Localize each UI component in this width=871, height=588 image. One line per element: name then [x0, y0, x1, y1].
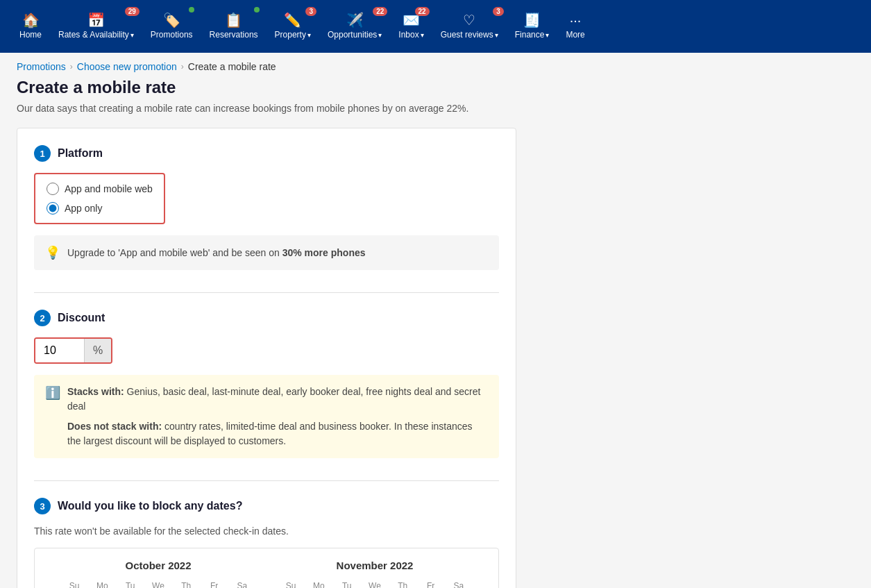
stacks-text: Stacks with: Genius, basic deal, last-mi… [67, 385, 488, 448]
october-title: October 2022 [61, 560, 255, 571]
property-chevron-icon: ▾ [307, 31, 311, 39]
nav-item-reservations[interactable]: 📋Reservations [201, 0, 267, 53]
more-icon: ··· [570, 13, 582, 27]
reservations-label: Reservations [210, 30, 258, 40]
home-icon: 🏠 [22, 13, 40, 27]
main-nav: 🏠Home📅29Rates & Availability ▾🏷️Promotio… [0, 0, 871, 53]
nav-item-rates[interactable]: 📅29Rates & Availability ▾ [50, 0, 142, 53]
block-dates-section: 3 Would you like to block any dates? Thi… [34, 498, 499, 588]
nav-item-home[interactable]: 🏠Home [11, 0, 50, 53]
breadcrumb-link-1[interactable]: Choose new promotion [77, 61, 177, 72]
november-title: November 2022 [278, 560, 472, 571]
property-icon: ✏️ [284, 13, 301, 27]
calendar-day-of-week: We [362, 578, 388, 588]
property-badge: 3 [305, 7, 316, 16]
reservations-dot [254, 7, 260, 12]
promotions-label: Promotions [151, 30, 193, 40]
calendar-day-of-week: Sa [446, 578, 472, 588]
lightbulb-icon: 💡 [45, 245, 60, 260]
discount-percent-label: % [84, 339, 111, 362]
calendar-day-of-week: Th [173, 578, 199, 588]
breadcrumb-current: Create a mobile rate [188, 61, 276, 72]
more-label: More [566, 30, 584, 40]
radio-app-mobile-web[interactable]: App and mobile web [46, 183, 153, 195]
breadcrumb-sep-0: › [70, 62, 73, 72]
block-dates-subtitle: This rate won't be available for the sel… [34, 526, 499, 537]
discount-title: Discount [58, 312, 105, 324]
upgrade-text: Upgrade to 'App and mobile web' and be s… [67, 247, 366, 258]
step-1-badge: 1 [34, 145, 51, 162]
promotions-icon: 🏷️ [163, 13, 180, 27]
calendar-day-of-week: Mo [89, 578, 115, 588]
radio-app-mobile-web-input[interactable] [46, 183, 59, 195]
property-label: Property [275, 30, 306, 40]
calendar-day-of-week: Th [389, 578, 416, 588]
platform-title: Platform [58, 147, 103, 160]
nav-item-guest-reviews[interactable]: ♡3Guest reviews ▾ [432, 0, 507, 53]
rates-icon: 📅 [87, 13, 105, 27]
calendar-day-of-week: Fr [201, 578, 227, 588]
guest-reviews-chevron-icon: ▾ [495, 31, 498, 39]
breadcrumb: Promotions›Choose new promotion›Create a… [0, 53, 871, 78]
page-title: Create a mobile rate [17, 78, 854, 97]
nav-item-finance[interactable]: 🧾Finance ▾ [507, 0, 558, 53]
finance-chevron-icon: ▾ [546, 31, 549, 39]
discount-input-wrapper: % [34, 337, 112, 364]
radio-app-only[interactable]: App only [46, 202, 153, 215]
finance-icon: 🧾 [523, 13, 541, 27]
calendar-day-of-week: Mo [305, 578, 332, 588]
step-2-badge: 2 [34, 310, 51, 326]
info-circle-icon: ℹ️ [45, 385, 60, 448]
block-dates-title: Would you like to block any dates? [58, 500, 242, 512]
calendar-day-of-week: We [145, 578, 171, 588]
nav-item-property[interactable]: ✏️3Property ▾ [267, 0, 319, 53]
page-subtitle: Our data says that creating a mobile rat… [17, 103, 854, 114]
discount-input[interactable] [35, 339, 84, 362]
radio-app-only-label: App only [65, 203, 102, 214]
stacks-info-box: ℹ️ Stacks with: Genius, basic deal, last… [34, 375, 499, 458]
opportunities-icon: ✈️ [346, 13, 364, 27]
nav-item-inbox[interactable]: ✉️22Inbox ▾ [390, 0, 432, 53]
platform-radio-group: App and mobile web App only [34, 173, 165, 224]
discount-section: 2 Discount % ℹ️ Stacks with: Genius, bas… [34, 310, 499, 458]
finance-label: Finance [515, 30, 545, 40]
promotions-dot [189, 7, 194, 12]
breadcrumb-sep-1: › [181, 62, 184, 72]
rates-chevron-icon: ▾ [130, 31, 134, 39]
october-calendar: October 2022 SuMoTuWeThFrSa1234567891011… [61, 560, 255, 588]
calendar-day-of-week: Su [278, 578, 304, 588]
calendar-day-of-week: Tu [117, 578, 144, 588]
home-label: Home [19, 30, 42, 40]
step-3-badge: 3 [34, 498, 51, 514]
nav-item-promotions[interactable]: 🏷️Promotions [142, 0, 201, 53]
radio-app-mobile-web-label: App and mobile web [65, 183, 153, 194]
opportunities-badge: 22 [373, 7, 387, 16]
platform-section: 1 Platform App and mobile web App only 💡… [34, 145, 499, 270]
calendar-day-of-week: Su [61, 578, 87, 588]
rates-badge: 29 [125, 7, 139, 16]
calendar-day-of-week: Tu [334, 578, 360, 588]
inbox-badge: 22 [415, 7, 430, 16]
nav-item-opportunities[interactable]: ✈️22Opportunities ▾ [319, 0, 390, 53]
calendar: ‹ October 2022 SuMoTuWeThFrSa12345678910… [34, 548, 499, 588]
inbox-label: Inbox [398, 30, 418, 40]
rates-label: Rates & Availability [58, 30, 129, 40]
november-calendar: November 2022 SuMoTuWeThFrSa123456789101… [278, 560, 472, 588]
guest-reviews-icon: ♡ [463, 13, 475, 27]
radio-app-only-input[interactable] [46, 202, 59, 215]
calendar-day-of-week: Sa [229, 578, 255, 588]
guest-reviews-label: Guest reviews [441, 30, 493, 40]
breadcrumb-link-0[interactable]: Promotions [17, 61, 66, 72]
inbox-chevron-icon: ▾ [421, 31, 424, 39]
form-card: 1 Platform App and mobile web App only 💡… [17, 128, 516, 588]
calendar-day-of-week: Fr [417, 578, 443, 588]
guest-reviews-badge: 3 [493, 7, 504, 16]
upgrade-info-box: 💡 Upgrade to 'App and mobile web' and be… [34, 235, 499, 270]
nav-item-more[interactable]: ···More [557, 0, 593, 53]
opportunities-label: Opportunities [328, 30, 377, 40]
reservations-icon: 📋 [225, 13, 242, 27]
opportunities-chevron-icon: ▾ [378, 31, 382, 39]
